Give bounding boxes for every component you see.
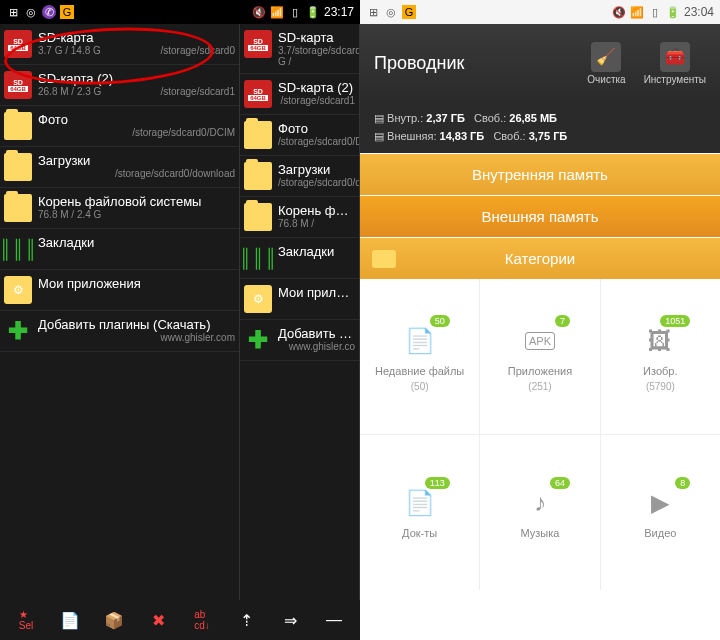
app-icon-status: G: [402, 5, 416, 19]
forward-button[interactable]: ⇒: [274, 604, 306, 636]
app-title: Проводник: [374, 53, 569, 74]
folder-icon: [244, 203, 272, 231]
plus-icon: ✚: [4, 317, 32, 345]
list-item[interactable]: SD64GBSD-карта3.7 G / 14.8 G/storage/sdc…: [0, 24, 239, 65]
category-icon: ♪64: [520, 483, 560, 523]
tab-external[interactable]: Внешняя память: [360, 195, 720, 237]
viber-icon: ✆: [42, 5, 56, 19]
select-button[interactable]: ★Sel: [10, 604, 42, 636]
target-icon: ◎: [24, 5, 38, 19]
list-item[interactable]: Фото/storage/sdcard0/DCIM: [240, 115, 359, 156]
list-item[interactable]: ║║║Закладки: [0, 229, 239, 270]
dual-pane: SD64GBSD-карта3.7 G / 14.8 G/storage/sdc…: [0, 24, 360, 600]
list-item[interactable]: Фото/storage/sdcard0/DCIM: [0, 106, 239, 147]
statusbar-left: ⊞ ◎ ✆ G 🔇 📶 ▯ 🔋 23:17: [0, 0, 360, 24]
tools-button[interactable]: 🧰 Инструменты: [644, 42, 706, 85]
list-item[interactable]: Загрузки/storage/sdcard0/download: [0, 147, 239, 188]
broom-icon: 🧹: [591, 42, 621, 72]
clock: 23:04: [684, 5, 714, 19]
category-cell[interactable]: 🖼1051 Изобр. (5790): [601, 279, 720, 434]
folder-icon: [372, 250, 396, 268]
sim-icon: ▯: [648, 5, 662, 19]
sort-button[interactable]: abcd↓: [186, 604, 218, 636]
category-cell[interactable]: 📄50 Недавние файлы (50): [360, 279, 479, 434]
statusbar-right: ⊞ ◎ G 🔇 📶 ▯ 🔋 23:04: [360, 0, 720, 24]
battery-icon: 🔋: [306, 5, 320, 19]
close-button[interactable]: ―: [318, 604, 350, 636]
list-item[interactable]: ⚙Мои приложения: [240, 279, 359, 320]
apps-icon: ⚙: [244, 285, 272, 313]
list-item[interactable]: SD64GBSD-карта (2)/storage/sdcard1: [240, 74, 359, 115]
list-item[interactable]: SD64GBSD-карта3.7 G //storage/sdcard0: [240, 24, 359, 74]
category-cell[interactable]: ▶8 Видео: [601, 435, 720, 590]
category-icon: 📄50: [400, 321, 440, 361]
wifi-icon: 📶: [270, 5, 284, 19]
toolbox-icon: 🧰: [660, 42, 690, 72]
folder-icon: [244, 121, 272, 149]
category-cell[interactable]: ♪64 Музыка: [480, 435, 599, 590]
list-item[interactable]: Загрузки/storage/sdcard0/download: [240, 156, 359, 197]
tab-categories[interactable]: Категории: [360, 237, 720, 279]
plus-icon: ✚: [244, 326, 272, 354]
mute-icon: 🔇: [612, 5, 626, 19]
clock: 23:17: [324, 5, 354, 19]
pack-button[interactable]: 📦: [98, 604, 130, 636]
list-item[interactable]: ✚Добавить плагины (Скачать)www.ghisler.c…: [0, 311, 239, 352]
top-button[interactable]: ⇡: [230, 604, 262, 636]
plus-icon: ⊞: [6, 5, 20, 19]
pane-a[interactable]: SD64GBSD-карта3.7 G / 14.8 G/storage/sdc…: [0, 24, 240, 600]
folder-icon: [4, 194, 32, 222]
list-item[interactable]: Корень файловой системы76.8 M /: [240, 197, 359, 238]
pane-b[interactable]: SD64GBSD-карта3.7 G //storage/sdcard0SD6…: [240, 24, 360, 600]
storage-tabs: Внутренняя память Внешняя память Категор…: [360, 153, 720, 279]
sim-icon: ▯: [288, 5, 302, 19]
sd-icon: SD64GB: [4, 71, 32, 99]
list-item[interactable]: ║║║Закладки: [240, 238, 359, 279]
tab-internal[interactable]: Внутренняя память: [360, 153, 720, 195]
sd-icon: SD64GB: [4, 30, 32, 58]
bookmark-icon: ║║║: [244, 244, 272, 272]
category-icon: APK7: [520, 321, 560, 361]
wifi-icon: 📶: [630, 5, 644, 19]
category-icon: 📄113: [400, 483, 440, 523]
category-icon: ▶8: [640, 483, 680, 523]
battery-icon: 🔋: [666, 5, 680, 19]
clean-button[interactable]: 🧹 Очистка: [587, 42, 625, 85]
folder-icon: [4, 153, 32, 181]
target-icon: ◎: [384, 5, 398, 19]
app-icon-status: G: [60, 5, 74, 19]
apps-icon: ⚙: [4, 276, 32, 304]
category-icon: 🖼1051: [640, 321, 680, 361]
storage-info: ▤ Внутр.: 2,37 ГБ Своб.: 26,85 МБ▤ Внешн…: [360, 102, 720, 153]
sd-icon: SD64GB: [244, 80, 272, 108]
plus-icon: ⊞: [366, 5, 380, 19]
folder-icon: [4, 112, 32, 140]
phone-left: ⊞ ◎ ✆ G 🔇 📶 ▯ 🔋 23:17 SD64GBSD-карта3.7 …: [0, 0, 360, 640]
list-item[interactable]: Корень файловой системы76.8 M / 2.4 G: [0, 188, 239, 229]
category-cell[interactable]: APK7 Приложения (251): [480, 279, 599, 434]
list-item[interactable]: ⚙Мои приложения: [0, 270, 239, 311]
delete-button[interactable]: ✖: [142, 604, 174, 636]
category-cell[interactable]: 📄113 Док-ты: [360, 435, 479, 590]
list-item[interactable]: SD64GBSD-карта (2)26.8 M / 2.3 G/storage…: [0, 65, 239, 106]
copy-button[interactable]: 📄: [54, 604, 86, 636]
bottom-toolbar: ★Sel 📄 📦 ✖ abcd↓ ⇡ ⇒ ―: [0, 600, 360, 640]
app-header: Проводник 🧹 Очистка 🧰 Инструменты: [360, 24, 720, 102]
list-item[interactable]: ✚Добавить плагины (Скачать)www.ghisler.c…: [240, 320, 359, 361]
bookmark-icon: ║║║: [4, 235, 32, 263]
sd-icon: SD64GB: [244, 30, 272, 58]
folder-icon: [244, 162, 272, 190]
category-grid: 📄50 Недавние файлы (50) APK7 Приложения …: [360, 279, 720, 590]
phone-right: ⊞ ◎ G 🔇 📶 ▯ 🔋 23:04 Проводник 🧹 Очистка …: [360, 0, 720, 640]
mute-icon: 🔇: [252, 5, 266, 19]
